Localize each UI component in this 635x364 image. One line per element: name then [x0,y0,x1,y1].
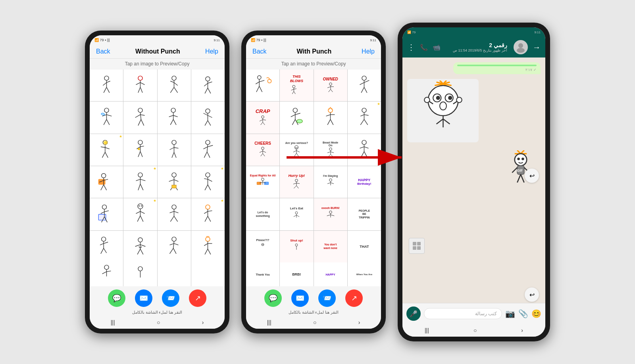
wa-message-input[interactable]: كتب رسالة [424,308,502,319]
sticker-cell[interactable] [123,198,157,230]
sticker-cell-this-blows[interactable]: THIS BLOWS [280,69,313,101]
sticker-cell[interactable] [191,166,225,198]
wa-mic-button[interactable]: 🎤 [406,307,421,321]
help-button-2[interactable]: Help [362,48,375,55]
svg-line-221 [296,151,300,152]
sticker-cell[interactable] [191,69,225,101]
nav-home-2[interactable]: ○ [313,319,316,326]
svg-line-54 [105,152,108,158]
sticker-cell-beastmode[interactable]: Beast Mode On [314,134,347,166]
sticker-cell-whenyouare[interactable]: When You Are [348,262,381,286]
sticker-cell[interactable] [191,102,225,133]
share-mail-btn-2[interactable]: ✉️ [291,289,309,307]
svg-point-24 [104,108,109,113]
sticker-cell[interactable] [158,231,191,262]
share-buttons-1: 💬 ✉️ 📨 ↗ [108,289,206,307]
sticker-cell[interactable] [90,231,123,262]
sticker-cell-imstaying[interactable]: I'm Staying [314,166,347,198]
sticker-cell-happy2[interactable]: HAPPY [314,262,347,286]
sticker-cell[interactable] [123,231,157,262]
sticker-cell-areyouserious[interactable]: Are you serious? [280,134,313,166]
sticker-cell-punch[interactable] [246,69,279,101]
sticker-cell[interactable] [90,166,123,198]
sticker-cell-punch8[interactable] [348,102,381,133]
sticker-cell[interactable] [90,69,123,101]
sticker-cell-please[interactable]: Please?!? [246,231,279,262]
nav-menu-3[interactable]: ||| [425,327,429,333]
sticker-cell-happybday[interactable]: HAPPY Birthday! [348,166,381,198]
wa-sticker-picker-icon[interactable] [409,238,425,254]
sticker-cell[interactable] [90,102,123,133]
wa-emoji-icon[interactable]: 😊 [531,309,541,318]
wa-video-icon[interactable]: 📹 [433,44,441,51]
sticker-cell-shutup[interactable]: Shut up! [280,231,313,262]
sticker-cell[interactable] [191,231,225,262]
share-messages-btn[interactable]: 💬 [108,289,125,307]
sticker-cell[interactable] [90,198,123,230]
sticker-cell-punch12[interactable] [348,134,381,166]
sticker-cell-punch6[interactable] [280,102,313,133]
svg-line-98 [205,185,208,190]
wa-toolbar: 🎤 كتب رسالة 📷 📎 😊 [402,303,545,324]
nav-back-2[interactable]: › [358,319,360,326]
sticker-cell-equalrights[interactable]: Equal Rights for All [246,166,279,198]
wa-attach-icon[interactable]: 📎 [518,309,528,318]
sticker-cell-thankyou[interactable]: Thank You [246,262,279,286]
wa-scroll-icon[interactable]: ↩ [525,169,539,183]
wa-camera-icon[interactable]: 📷 [505,309,515,318]
svg-line-23 [208,88,211,94]
nav-back[interactable]: › [202,319,204,326]
sticker-cell[interactable] [158,69,191,101]
sticker-cell-owned[interactable]: OWNED [314,69,347,101]
sticker-cell[interactable] [158,198,191,230]
share-btn[interactable]: ↗ [189,289,206,307]
nav-back-3[interactable]: › [521,327,523,333]
sticker-cell-that[interactable]: THAT [348,231,381,262]
wa-scroll-icon-2[interactable]: ↩ [525,287,539,302]
wa-menu-icon[interactable]: ⋮ [407,42,415,52]
sticker-cell[interactable]: 🌟 [90,134,123,166]
sticker-cell-letsdosomething[interactable]: Let's dosomething [246,198,279,230]
sticker-cell[interactable] [158,134,191,166]
sticker-cell[interactable] [123,69,157,101]
nav-menu[interactable]: ||| [111,319,115,326]
sticker-cell-peopletrippin[interactable]: PEOPLEBETRIPPIN [348,198,381,230]
share-btn-2[interactable]: ↗ [345,289,363,307]
sticker-cell[interactable] [123,262,157,286]
share-messenger-btn-2[interactable]: 📨 [318,289,336,307]
sticker-cell[interactable] [191,134,225,166]
sticker-cell-brb[interactable]: BRB! [280,262,313,286]
svg-line-33 [140,115,144,115]
sticker-cell-hurryup[interactable]: Hurry Up! [280,166,313,198]
share-mail-btn[interactable]: ✉️ [135,289,152,307]
back-button-2[interactable]: Back [252,48,267,55]
share-messages-btn-2[interactable]: 💬 [264,289,282,307]
sticker-cell-burn[interactable]: ooooh BURN! [314,198,347,230]
sticker-cell[interactable] [90,262,123,286]
sticker-cell[interactable] [191,262,225,286]
nav-menu-2[interactable]: ||| [267,319,271,326]
share-messenger-btn[interactable]: 📨 [162,289,179,307]
sticker-cell[interactable] [158,102,191,133]
help-button-1[interactable]: Help [205,48,218,55]
back-button-1[interactable]: Back [96,48,110,55]
sticker-cell[interactable] [191,198,225,230]
nav-home-3[interactable]: ○ [473,327,477,333]
sticker-cell-youdontwant[interactable]: You don'twant none [314,231,347,262]
svg-line-227 [331,151,334,153]
sticker-cell[interactable] [158,262,191,286]
sticker-cell-punch7[interactable] [314,102,347,133]
sticker-cell-punch4[interactable] [348,69,381,101]
sticker-cell[interactable] [158,166,191,198]
svg-line-206 [361,115,364,116]
sticker-cell[interactable] [123,166,157,198]
svg-line-157 [106,271,111,272]
sticker-cell[interactable] [123,134,157,166]
wa-back-icon[interactable]: → [533,43,541,52]
sticker-cell-cheers[interactable]: CHEERS [246,134,279,166]
sticker-cell-crap[interactable]: CRAP [246,102,279,133]
sticker-cell-letseat[interactable]: Let's Eat [280,198,313,230]
wa-call-icon[interactable]: 📞 [420,44,428,51]
nav-home[interactable]: ○ [157,319,160,326]
sticker-cell[interactable] [123,102,157,133]
